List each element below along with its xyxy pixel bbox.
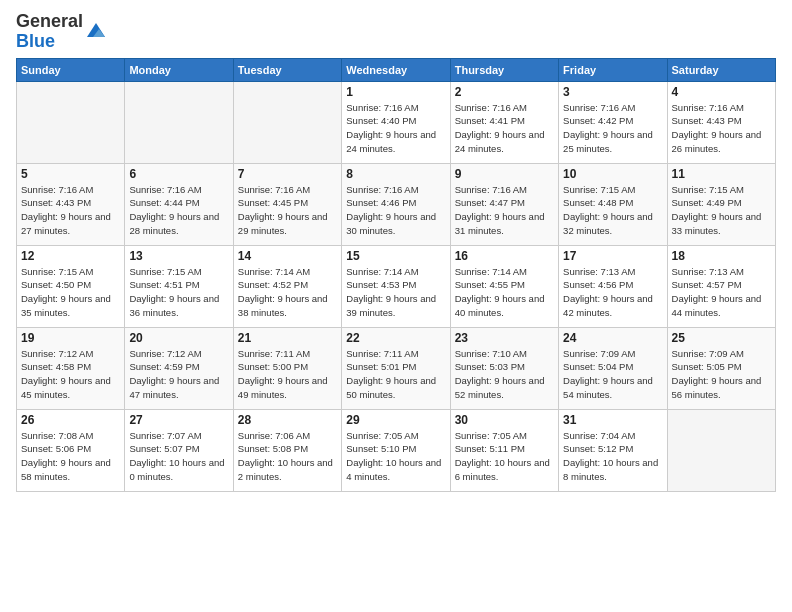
day-info: Sunrise: 7:07 AMSunset: 5:07 PMDaylight:… [129, 429, 228, 484]
day-number: 15 [346, 249, 445, 263]
logo-blue: Blue [16, 31, 55, 51]
day-info: Sunrise: 7:04 AMSunset: 5:12 PMDaylight:… [563, 429, 662, 484]
calendar-cell: 8Sunrise: 7:16 AMSunset: 4:46 PMDaylight… [342, 163, 450, 245]
day-number: 17 [563, 249, 662, 263]
header-thursday: Thursday [450, 58, 558, 81]
day-number: 16 [455, 249, 554, 263]
day-number: 5 [21, 167, 120, 181]
day-number: 18 [672, 249, 771, 263]
calendar-cell: 2Sunrise: 7:16 AMSunset: 4:41 PMDaylight… [450, 81, 558, 163]
calendar-cell: 24Sunrise: 7:09 AMSunset: 5:04 PMDayligh… [559, 327, 667, 409]
calendar-cell: 26Sunrise: 7:08 AMSunset: 5:06 PMDayligh… [17, 409, 125, 491]
day-number: 8 [346, 167, 445, 181]
header-wednesday: Wednesday [342, 58, 450, 81]
calendar-cell: 22Sunrise: 7:11 AMSunset: 5:01 PMDayligh… [342, 327, 450, 409]
week-row-5: 26Sunrise: 7:08 AMSunset: 5:06 PMDayligh… [17, 409, 776, 491]
calendar-cell: 3Sunrise: 7:16 AMSunset: 4:42 PMDaylight… [559, 81, 667, 163]
calendar-cell: 25Sunrise: 7:09 AMSunset: 5:05 PMDayligh… [667, 327, 775, 409]
calendar-cell: 30Sunrise: 7:05 AMSunset: 5:11 PMDayligh… [450, 409, 558, 491]
header-monday: Monday [125, 58, 233, 81]
week-row-3: 12Sunrise: 7:15 AMSunset: 4:50 PMDayligh… [17, 245, 776, 327]
calendar-cell: 11Sunrise: 7:15 AMSunset: 4:49 PMDayligh… [667, 163, 775, 245]
calendar-cell: 16Sunrise: 7:14 AMSunset: 4:55 PMDayligh… [450, 245, 558, 327]
day-number: 4 [672, 85, 771, 99]
day-info: Sunrise: 7:12 AMSunset: 4:58 PMDaylight:… [21, 347, 120, 402]
day-number: 6 [129, 167, 228, 181]
logo-general: General [16, 11, 83, 31]
header-saturday: Saturday [667, 58, 775, 81]
day-number: 22 [346, 331, 445, 345]
day-info: Sunrise: 7:16 AMSunset: 4:45 PMDaylight:… [238, 183, 337, 238]
calendar-cell [17, 81, 125, 163]
day-number: 21 [238, 331, 337, 345]
calendar-cell: 17Sunrise: 7:13 AMSunset: 4:56 PMDayligh… [559, 245, 667, 327]
day-number: 3 [563, 85, 662, 99]
calendar-cell: 31Sunrise: 7:04 AMSunset: 5:12 PMDayligh… [559, 409, 667, 491]
calendar-cell [125, 81, 233, 163]
header-friday: Friday [559, 58, 667, 81]
day-number: 23 [455, 331, 554, 345]
day-number: 9 [455, 167, 554, 181]
day-info: Sunrise: 7:11 AMSunset: 5:01 PMDaylight:… [346, 347, 445, 402]
day-info: Sunrise: 7:15 AMSunset: 4:50 PMDaylight:… [21, 265, 120, 320]
calendar-cell: 12Sunrise: 7:15 AMSunset: 4:50 PMDayligh… [17, 245, 125, 327]
day-info: Sunrise: 7:05 AMSunset: 5:10 PMDaylight:… [346, 429, 445, 484]
day-info: Sunrise: 7:16 AMSunset: 4:43 PMDaylight:… [672, 101, 771, 156]
day-info: Sunrise: 7:16 AMSunset: 4:47 PMDaylight:… [455, 183, 554, 238]
day-info: Sunrise: 7:16 AMSunset: 4:43 PMDaylight:… [21, 183, 120, 238]
calendar-cell: 19Sunrise: 7:12 AMSunset: 4:58 PMDayligh… [17, 327, 125, 409]
day-number: 7 [238, 167, 337, 181]
day-info: Sunrise: 7:15 AMSunset: 4:48 PMDaylight:… [563, 183, 662, 238]
calendar-cell: 14Sunrise: 7:14 AMSunset: 4:52 PMDayligh… [233, 245, 341, 327]
day-info: Sunrise: 7:15 AMSunset: 4:49 PMDaylight:… [672, 183, 771, 238]
day-info: Sunrise: 7:10 AMSunset: 5:03 PMDaylight:… [455, 347, 554, 402]
header: General Blue [16, 12, 776, 52]
day-info: Sunrise: 7:06 AMSunset: 5:08 PMDaylight:… [238, 429, 337, 484]
calendar-cell: 21Sunrise: 7:11 AMSunset: 5:00 PMDayligh… [233, 327, 341, 409]
week-row-4: 19Sunrise: 7:12 AMSunset: 4:58 PMDayligh… [17, 327, 776, 409]
day-info: Sunrise: 7:12 AMSunset: 4:59 PMDaylight:… [129, 347, 228, 402]
header-tuesday: Tuesday [233, 58, 341, 81]
calendar-cell: 29Sunrise: 7:05 AMSunset: 5:10 PMDayligh… [342, 409, 450, 491]
day-number: 24 [563, 331, 662, 345]
calendar-cell: 7Sunrise: 7:16 AMSunset: 4:45 PMDaylight… [233, 163, 341, 245]
day-number: 14 [238, 249, 337, 263]
day-info: Sunrise: 7:13 AMSunset: 4:56 PMDaylight:… [563, 265, 662, 320]
calendar-cell [667, 409, 775, 491]
calendar-cell: 20Sunrise: 7:12 AMSunset: 4:59 PMDayligh… [125, 327, 233, 409]
day-number: 10 [563, 167, 662, 181]
day-number: 30 [455, 413, 554, 427]
calendar-cell: 5Sunrise: 7:16 AMSunset: 4:43 PMDaylight… [17, 163, 125, 245]
week-row-1: 1Sunrise: 7:16 AMSunset: 4:40 PMDaylight… [17, 81, 776, 163]
calendar-cell: 23Sunrise: 7:10 AMSunset: 5:03 PMDayligh… [450, 327, 558, 409]
day-number: 19 [21, 331, 120, 345]
day-number: 11 [672, 167, 771, 181]
calendar-cell: 9Sunrise: 7:16 AMSunset: 4:47 PMDaylight… [450, 163, 558, 245]
calendar-cell: 10Sunrise: 7:15 AMSunset: 4:48 PMDayligh… [559, 163, 667, 245]
day-number: 25 [672, 331, 771, 345]
day-info: Sunrise: 7:14 AMSunset: 4:52 PMDaylight:… [238, 265, 337, 320]
day-info: Sunrise: 7:05 AMSunset: 5:11 PMDaylight:… [455, 429, 554, 484]
calendar: SundayMondayTuesdayWednesdayThursdayFrid… [16, 58, 776, 492]
day-number: 13 [129, 249, 228, 263]
day-info: Sunrise: 7:16 AMSunset: 4:46 PMDaylight:… [346, 183, 445, 238]
day-info: Sunrise: 7:16 AMSunset: 4:40 PMDaylight:… [346, 101, 445, 156]
day-info: Sunrise: 7:16 AMSunset: 4:41 PMDaylight:… [455, 101, 554, 156]
logo: General Blue [16, 12, 107, 52]
calendar-cell [233, 81, 341, 163]
day-number: 1 [346, 85, 445, 99]
day-number: 29 [346, 413, 445, 427]
calendar-cell: 28Sunrise: 7:06 AMSunset: 5:08 PMDayligh… [233, 409, 341, 491]
day-info: Sunrise: 7:14 AMSunset: 4:55 PMDaylight:… [455, 265, 554, 320]
day-info: Sunrise: 7:13 AMSunset: 4:57 PMDaylight:… [672, 265, 771, 320]
calendar-cell: 1Sunrise: 7:16 AMSunset: 4:40 PMDaylight… [342, 81, 450, 163]
calendar-cell: 13Sunrise: 7:15 AMSunset: 4:51 PMDayligh… [125, 245, 233, 327]
day-number: 2 [455, 85, 554, 99]
logo-icon [85, 19, 107, 41]
day-info: Sunrise: 7:16 AMSunset: 4:44 PMDaylight:… [129, 183, 228, 238]
header-sunday: Sunday [17, 58, 125, 81]
day-info: Sunrise: 7:09 AMSunset: 5:05 PMDaylight:… [672, 347, 771, 402]
day-number: 28 [238, 413, 337, 427]
day-number: 27 [129, 413, 228, 427]
calendar-cell: 15Sunrise: 7:14 AMSunset: 4:53 PMDayligh… [342, 245, 450, 327]
